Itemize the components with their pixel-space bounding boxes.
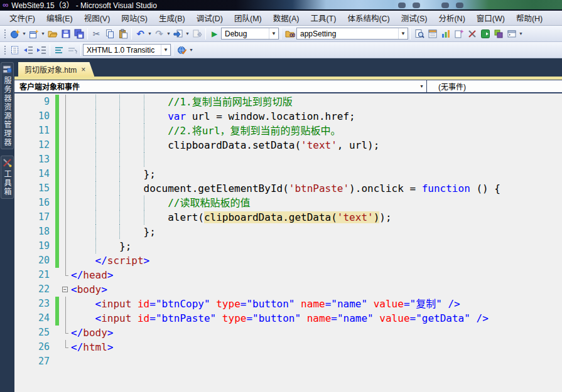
new-website-button[interactable]: [8, 27, 21, 41]
code-token: type: [222, 312, 247, 324]
indent-guide: [119, 109, 120, 124]
line-number: 10: [14, 109, 53, 124]
paste-button[interactable]: [116, 27, 129, 41]
collapse-minus-icon[interactable]: −: [62, 287, 68, 292]
indent-guide: [144, 138, 144, 152]
add-item-button[interactable]: [27, 27, 40, 41]
members-combo[interactable]: (无事件): [427, 80, 562, 92]
save-button[interactable]: [59, 27, 72, 41]
menu-item[interactable]: 帮助(H): [511, 10, 548, 26]
undo-button[interactable]: ↶: [134, 27, 147, 41]
redo-button[interactable]: ↷: [153, 27, 166, 41]
save-all-button[interactable]: [72, 27, 85, 41]
chevron-down-icon[interactable]: ▼: [269, 28, 278, 39]
start-debugging-button[interactable]: ▶: [208, 27, 221, 41]
indent-increase-button[interactable]: [35, 43, 48, 57]
menu-bar: 文件(F)编辑(E)视图(V)网站(S)生成(B)调试(D)团队(M)数据(A)…: [0, 11, 562, 26]
outlining-margin: [61, 210, 71, 225]
change-tracking-margin: [53, 268, 61, 282]
chevron-down-icon[interactable]: ▼: [398, 28, 408, 39]
code-token: <: [95, 312, 102, 324]
menu-item[interactable]: 团队(M): [229, 10, 267, 26]
validate-document-button[interactable]: [175, 43, 188, 57]
toolbar-grip[interactable]: [3, 45, 6, 56]
redo-dropdown-icon[interactable]: ▼: [166, 27, 171, 41]
toolbar-separator: [80, 45, 81, 56]
toolbar-overflow-icon[interactable]: ▼: [188, 43, 194, 57]
properties-window-button[interactable]: [426, 27, 439, 41]
menu-item[interactable]: 编辑(E): [41, 10, 78, 26]
menu-item[interactable]: 网站(S): [116, 10, 153, 26]
extension-manager-button[interactable]: [492, 27, 505, 41]
code-line: 26</html>: [14, 340, 562, 354]
chevron-down-icon[interactable]: ▼: [161, 45, 170, 55]
toolbar-grip[interactable]: [3, 28, 6, 40]
menu-item[interactable]: 工具(T): [305, 10, 342, 26]
navigate-backward-dropdown-icon[interactable]: ▼: [185, 27, 190, 41]
command-window-button[interactable]: [505, 27, 518, 41]
indent-decrease-button[interactable]: [21, 43, 35, 57]
solution-configurations-combo[interactable]: Debug ▼: [221, 28, 279, 40]
toolbar-overflow-icon[interactable]: ▼: [518, 27, 524, 41]
code-editor[interactable]: 9//1.复制当前网址到剪切版10var url = window.locati…: [14, 93, 562, 392]
change-bar: [55, 181, 59, 196]
change-bar: [55, 124, 59, 138]
indent-guide: [95, 167, 96, 181]
menu-item[interactable]: 文件(F): [4, 10, 41, 26]
undo-dropdown-icon[interactable]: ▼: [147, 27, 153, 41]
find-in-files-button[interactable]: [413, 27, 426, 41]
browse-with-button[interactable]: [283, 27, 296, 41]
menu-item[interactable]: 窗口(W): [471, 10, 511, 26]
navigate-forward-button[interactable]: [190, 27, 203, 41]
code-token: input: [101, 312, 131, 324]
main-area: 服务器资源管理器 工具箱 剪切版对象.htm × 客户端对象和事件 ▾: [0, 58, 562, 392]
title-bar[interactable]: ∞ WebSite9.15（3） - Microsoft Visual Stud…: [0, 0, 562, 11]
go-button[interactable]: [478, 27, 492, 41]
cut-button[interactable]: ✂: [90, 27, 103, 41]
change-tracking-margin: [53, 297, 61, 311]
new-website-dropdown-icon[interactable]: ▼: [21, 27, 27, 41]
outlining-margin: [61, 109, 71, 124]
open-file-button[interactable]: [46, 27, 59, 41]
outlining-margin: [61, 326, 71, 340]
indent-guide: [95, 95, 96, 109]
tab-clipboard-object-htm[interactable]: 剪切版对象.htm ×: [18, 62, 94, 77]
change-tracking-margin: [53, 354, 61, 369]
outlining-margin[interactable]: −: [61, 282, 71, 297]
code-text: var url = window.location.href;: [71, 109, 562, 124]
outlining-margin: [61, 152, 71, 167]
sidebar-item-toolbox[interactable]: 工具箱: [1, 156, 14, 199]
tools-button[interactable]: [465, 27, 478, 41]
sidebar-item-server-explorer[interactable]: 服务器资源管理器: [1, 62, 14, 149]
menu-item[interactable]: 体系结构(C): [342, 10, 395, 26]
comment-lines-button[interactable]: [52, 43, 65, 57]
indent-decrease-icon: [23, 45, 33, 55]
menu-item[interactable]: 生成(B): [153, 10, 191, 26]
menu-item[interactable]: 测试(S): [396, 10, 433, 26]
indent-guide: [95, 124, 96, 138]
navigate-backward-button[interactable]: [171, 27, 185, 41]
change-tracking-margin: [53, 225, 61, 239]
code-token: //读取粘贴板的值: [168, 197, 250, 209]
add-item-dropdown-icon[interactable]: ▼: [40, 27, 46, 41]
config-setting-combo[interactable]: appSetting ▼: [296, 28, 408, 40]
toolbar-separator: [205, 28, 206, 40]
new-query-button[interactable]: [452, 27, 465, 41]
menu-item[interactable]: 调试(D): [191, 10, 229, 26]
chevron-down-icon[interactable]: ▾: [417, 83, 426, 89]
uncomment-lines-button[interactable]: [65, 43, 78, 57]
select-document-button[interactable]: [8, 43, 21, 57]
code-token: >: [107, 269, 114, 281]
aero-glass-artifact: [441, 3, 449, 8]
indent-guide: [119, 138, 120, 152]
data-designer-button[interactable]: [439, 27, 452, 41]
types-combo[interactable]: 客户端对象和事件 ▾: [14, 80, 427, 92]
menu-item[interactable]: 数据(A): [267, 10, 305, 26]
code-token: </: [71, 327, 83, 339]
target-schema-combo[interactable]: XHTML 1.0 Transitic ▼: [83, 44, 171, 56]
close-icon[interactable]: ×: [81, 66, 85, 73]
menu-item[interactable]: 分析(N): [433, 10, 470, 26]
copy-button[interactable]: [103, 27, 116, 41]
menu-item[interactable]: 视图(V): [78, 10, 116, 26]
start-debug-icon: ▶: [212, 29, 217, 38]
